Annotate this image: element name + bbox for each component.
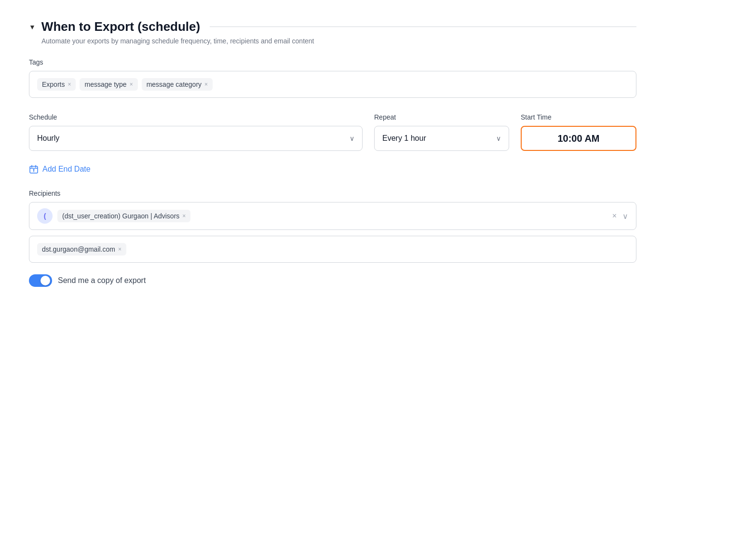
tag-message-category-label: message category <box>147 81 202 88</box>
tag-exports-label: Exports <box>42 81 65 88</box>
recipient-tag-close[interactable]: × <box>182 213 186 219</box>
tag-message-category: message category × <box>142 78 213 91</box>
recipient-avatar-char: ( <box>44 212 46 220</box>
add-end-date-button[interactable]: Add End Date <box>29 164 91 174</box>
section-divider <box>210 27 636 27</box>
schedule-label: Schedule <box>29 113 363 121</box>
tag-message-category-close[interactable]: × <box>204 81 208 87</box>
tags-label: Tags <box>29 58 636 66</box>
recipient-box[interactable]: ( (dst_user_creation) Gurgaon | Advisors… <box>29 202 636 230</box>
section-header: ▼ When to Export (schedule) <box>29 19 636 34</box>
recipient-avatar: ( <box>37 208 53 224</box>
start-time-label: Start Time <box>521 113 636 121</box>
tag-message-type-close[interactable]: × <box>130 81 133 87</box>
email-tag-close[interactable]: × <box>118 246 122 252</box>
schedule-select[interactable]: Hourly ∨ <box>29 126 363 151</box>
recipient-tag: (dst_user_creation) Gurgaon | Advisors × <box>57 210 190 222</box>
repeat-chevron-icon: ∨ <box>496 135 501 142</box>
recipient-clear-icon[interactable]: × <box>612 212 617 220</box>
tags-input-area[interactable]: Exports × message type × message categor… <box>29 71 636 98</box>
tag-message-type: message type × <box>80 78 137 91</box>
recipient-chevron-icon[interactable]: ∨ <box>622 212 628 221</box>
tags-section: Tags Exports × message type × message ca… <box>29 58 636 98</box>
section-title: When to Export (schedule) <box>41 19 200 34</box>
tag-message-type-label: message type <box>84 81 126 88</box>
schedule-chevron-icon: ∨ <box>350 135 354 142</box>
schedule-row: Schedule Hourly ∨ Repeat Every 1 hour ∨ … <box>29 113 636 151</box>
email-tag: dst.gurgaon@gmail.com × <box>37 243 126 256</box>
recipients-section: Recipients ( (dst_user_creation) Gurgaon… <box>29 189 636 263</box>
tag-exports-close[interactable]: × <box>68 81 71 87</box>
tag-exports: Exports × <box>37 78 76 91</box>
repeat-field: Repeat Every 1 hour ∨ <box>374 113 509 151</box>
recipient-tag-name: (dst_user_creation) Gurgaon | Advisors <box>62 212 179 220</box>
email-box[interactable]: dst.gurgaon@gmail.com × <box>29 236 636 263</box>
recipient-actions: × ∨ <box>612 212 628 221</box>
start-time-input[interactable]: 10:00 AM <box>521 126 636 151</box>
copy-toggle-label: Send me a copy of export <box>58 276 146 285</box>
start-time-field: Start Time 10:00 AM <box>521 113 636 151</box>
schedule-value: Hourly <box>37 134 350 143</box>
repeat-select[interactable]: Every 1 hour ∨ <box>374 126 509 151</box>
section-collapse-icon[interactable]: ▼ <box>29 23 36 31</box>
toggle-track <box>29 274 52 287</box>
start-time-value: 10:00 AM <box>557 133 599 144</box>
email-tag-value: dst.gurgaon@gmail.com <box>42 245 115 253</box>
toggle-thumb <box>40 276 50 285</box>
copy-toggle-row: Send me a copy of export <box>29 274 636 287</box>
repeat-label: Repeat <box>374 113 509 121</box>
add-end-date-label: Add End Date <box>42 165 91 174</box>
section-subtitle: Automate your exports by managing schedu… <box>29 37 636 45</box>
copy-toggle[interactable] <box>29 274 52 287</box>
schedule-field: Schedule Hourly ∨ <box>29 113 363 151</box>
recipients-label: Recipients <box>29 189 636 197</box>
repeat-value: Every 1 hour <box>382 134 496 143</box>
calendar-icon <box>29 164 39 174</box>
